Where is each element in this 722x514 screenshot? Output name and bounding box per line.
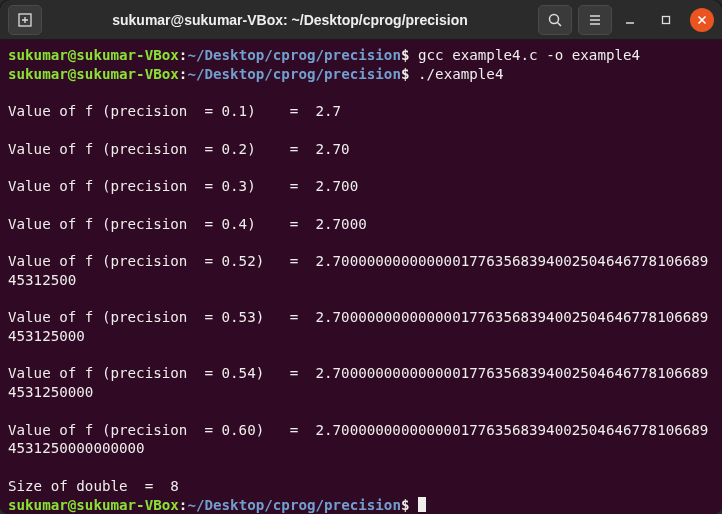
output-line: Value of f (precision = 0.52) = 2.700000…	[8, 253, 708, 288]
new-tab-icon	[17, 12, 33, 28]
output-line: Size of double = 8	[8, 478, 179, 494]
terminal-body[interactable]: sukumar@sukumar-VBox:~/Desktop/cprog/pre…	[0, 40, 722, 514]
terminal-cursor	[418, 497, 426, 512]
output-line: Value of f (precision = 0.4) = 2.7000	[8, 216, 367, 232]
output-line: Value of f (precision = 0.60) = 2.700000…	[8, 422, 708, 457]
output-line: Value of f (precision = 0.2) = 2.70	[8, 141, 350, 157]
output-line: Value of f (precision = 0.54) = 2.700000…	[8, 365, 708, 400]
terminal-window: sukumar@sukumar-VBox: ~/Desktop/cprog/pr…	[0, 0, 722, 514]
prompt-path: ~/Desktop/cprog/precision	[187, 66, 401, 82]
svg-rect-9	[663, 16, 670, 23]
output-line: Value of f (precision = 0.3) = 2.700	[8, 178, 358, 194]
close-button[interactable]	[690, 8, 714, 32]
minimize-button[interactable]	[618, 8, 642, 32]
prompt-path: ~/Desktop/cprog/precision	[187, 497, 401, 513]
prompt-user: sukumar@sukumar-VBox	[8, 47, 179, 63]
svg-line-4	[558, 22, 562, 26]
prompt-user: sukumar@sukumar-VBox	[8, 66, 179, 82]
maximize-button[interactable]	[654, 8, 678, 32]
output-line: Value of f (precision = 0.1) = 2.7	[8, 103, 341, 119]
svg-point-3	[550, 14, 559, 23]
search-icon	[547, 12, 563, 28]
search-button[interactable]	[538, 5, 572, 35]
hamburger-icon	[587, 12, 603, 28]
new-tab-button[interactable]	[8, 5, 42, 35]
menu-button[interactable]	[578, 5, 612, 35]
command-text: ./example4	[409, 66, 503, 82]
close-icon	[697, 15, 707, 25]
output-line: Value of f (precision = 0.53) = 2.700000…	[8, 309, 708, 344]
maximize-icon	[661, 15, 671, 25]
command-text: gcc example4.c -o example4	[409, 47, 640, 63]
command-text	[409, 497, 418, 513]
prompt-path: ~/Desktop/cprog/precision	[187, 47, 401, 63]
titlebar: sukumar@sukumar-VBox: ~/Desktop/cprog/pr…	[0, 0, 722, 40]
prompt-user: sukumar@sukumar-VBox	[8, 497, 179, 513]
minimize-icon	[625, 15, 635, 25]
window-title: sukumar@sukumar-VBox: ~/Desktop/cprog/pr…	[48, 12, 532, 28]
window-controls	[618, 8, 714, 32]
